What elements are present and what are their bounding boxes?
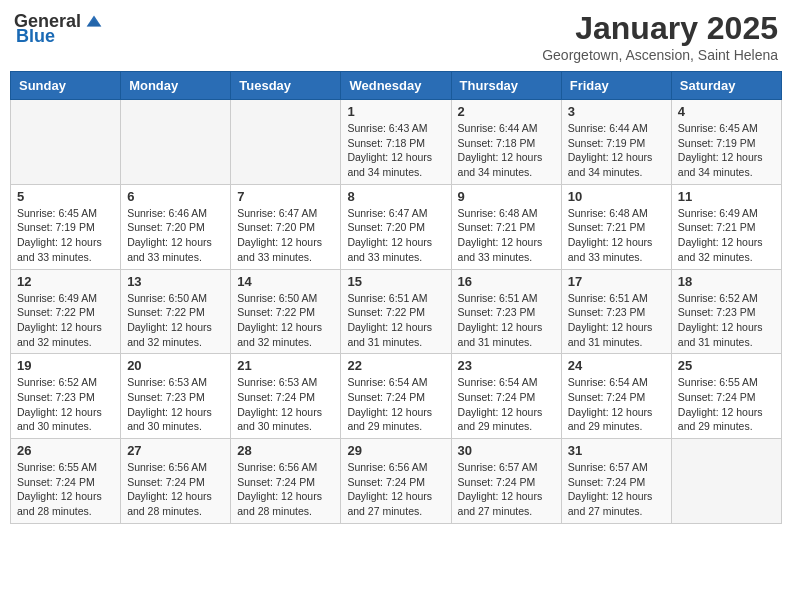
day-info: Sunrise: 6:55 AM Sunset: 7:24 PM Dayligh… bbox=[678, 375, 775, 434]
calendar-day-cell: 19Sunrise: 6:52 AM Sunset: 7:23 PM Dayli… bbox=[11, 354, 121, 439]
day-number: 16 bbox=[458, 274, 555, 289]
day-info: Sunrise: 6:48 AM Sunset: 7:21 PM Dayligh… bbox=[458, 206, 555, 265]
calendar-day-cell: 31Sunrise: 6:57 AM Sunset: 7:24 PM Dayli… bbox=[561, 439, 671, 524]
calendar-day-cell: 20Sunrise: 6:53 AM Sunset: 7:23 PM Dayli… bbox=[121, 354, 231, 439]
calendar-day-cell bbox=[231, 100, 341, 185]
calendar-day-cell: 1Sunrise: 6:43 AM Sunset: 7:18 PM Daylig… bbox=[341, 100, 451, 185]
calendar-day-cell: 22Sunrise: 6:54 AM Sunset: 7:24 PM Dayli… bbox=[341, 354, 451, 439]
calendar-day-cell: 21Sunrise: 6:53 AM Sunset: 7:24 PM Dayli… bbox=[231, 354, 341, 439]
day-info: Sunrise: 6:45 AM Sunset: 7:19 PM Dayligh… bbox=[678, 121, 775, 180]
calendar-day-cell: 24Sunrise: 6:54 AM Sunset: 7:24 PM Dayli… bbox=[561, 354, 671, 439]
day-number: 12 bbox=[17, 274, 114, 289]
day-number: 2 bbox=[458, 104, 555, 119]
logo: General Blue bbox=[14, 10, 105, 47]
calendar-day-cell: 30Sunrise: 6:57 AM Sunset: 7:24 PM Dayli… bbox=[451, 439, 561, 524]
day-number: 6 bbox=[127, 189, 224, 204]
calendar-week-row: 1Sunrise: 6:43 AM Sunset: 7:18 PM Daylig… bbox=[11, 100, 782, 185]
calendar-table: SundayMondayTuesdayWednesdayThursdayFrid… bbox=[10, 71, 782, 524]
day-info: Sunrise: 6:55 AM Sunset: 7:24 PM Dayligh… bbox=[17, 460, 114, 519]
day-number: 8 bbox=[347, 189, 444, 204]
calendar-day-cell: 8Sunrise: 6:47 AM Sunset: 7:20 PM Daylig… bbox=[341, 184, 451, 269]
day-number: 3 bbox=[568, 104, 665, 119]
day-info: Sunrise: 6:46 AM Sunset: 7:20 PM Dayligh… bbox=[127, 206, 224, 265]
month-title: January 2025 bbox=[542, 10, 778, 47]
day-of-week-header: Saturday bbox=[671, 72, 781, 100]
calendar-day-cell bbox=[11, 100, 121, 185]
day-number: 23 bbox=[458, 358, 555, 373]
day-number: 22 bbox=[347, 358, 444, 373]
day-info: Sunrise: 6:44 AM Sunset: 7:18 PM Dayligh… bbox=[458, 121, 555, 180]
day-of-week-header: Sunday bbox=[11, 72, 121, 100]
day-number: 7 bbox=[237, 189, 334, 204]
day-number: 31 bbox=[568, 443, 665, 458]
day-number: 28 bbox=[237, 443, 334, 458]
calendar-day-cell: 29Sunrise: 6:56 AM Sunset: 7:24 PM Dayli… bbox=[341, 439, 451, 524]
day-info: Sunrise: 6:57 AM Sunset: 7:24 PM Dayligh… bbox=[568, 460, 665, 519]
calendar-day-cell: 17Sunrise: 6:51 AM Sunset: 7:23 PM Dayli… bbox=[561, 269, 671, 354]
day-info: Sunrise: 6:49 AM Sunset: 7:21 PM Dayligh… bbox=[678, 206, 775, 265]
day-info: Sunrise: 6:50 AM Sunset: 7:22 PM Dayligh… bbox=[237, 291, 334, 350]
day-number: 30 bbox=[458, 443, 555, 458]
day-info: Sunrise: 6:56 AM Sunset: 7:24 PM Dayligh… bbox=[347, 460, 444, 519]
day-info: Sunrise: 6:54 AM Sunset: 7:24 PM Dayligh… bbox=[568, 375, 665, 434]
day-number: 4 bbox=[678, 104, 775, 119]
day-number: 13 bbox=[127, 274, 224, 289]
day-info: Sunrise: 6:44 AM Sunset: 7:19 PM Dayligh… bbox=[568, 121, 665, 180]
calendar-header-row: SundayMondayTuesdayWednesdayThursdayFrid… bbox=[11, 72, 782, 100]
calendar-day-cell: 27Sunrise: 6:56 AM Sunset: 7:24 PM Dayli… bbox=[121, 439, 231, 524]
day-number: 19 bbox=[17, 358, 114, 373]
calendar-day-cell bbox=[671, 439, 781, 524]
calendar-day-cell: 7Sunrise: 6:47 AM Sunset: 7:20 PM Daylig… bbox=[231, 184, 341, 269]
day-info: Sunrise: 6:54 AM Sunset: 7:24 PM Dayligh… bbox=[458, 375, 555, 434]
day-number: 9 bbox=[458, 189, 555, 204]
day-info: Sunrise: 6:48 AM Sunset: 7:21 PM Dayligh… bbox=[568, 206, 665, 265]
day-info: Sunrise: 6:47 AM Sunset: 7:20 PM Dayligh… bbox=[347, 206, 444, 265]
calendar-day-cell: 2Sunrise: 6:44 AM Sunset: 7:18 PM Daylig… bbox=[451, 100, 561, 185]
day-number: 10 bbox=[568, 189, 665, 204]
location-subtitle: Georgetown, Ascension, Saint Helena bbox=[542, 47, 778, 63]
day-of-week-header: Tuesday bbox=[231, 72, 341, 100]
calendar-day-cell: 15Sunrise: 6:51 AM Sunset: 7:22 PM Dayli… bbox=[341, 269, 451, 354]
calendar-day-cell: 18Sunrise: 6:52 AM Sunset: 7:23 PM Dayli… bbox=[671, 269, 781, 354]
day-number: 18 bbox=[678, 274, 775, 289]
svg-marker-1 bbox=[87, 19, 102, 26]
day-number: 15 bbox=[347, 274, 444, 289]
day-info: Sunrise: 6:51 AM Sunset: 7:23 PM Dayligh… bbox=[568, 291, 665, 350]
calendar-day-cell: 23Sunrise: 6:54 AM Sunset: 7:24 PM Dayli… bbox=[451, 354, 561, 439]
day-number: 24 bbox=[568, 358, 665, 373]
day-info: Sunrise: 6:53 AM Sunset: 7:24 PM Dayligh… bbox=[237, 375, 334, 434]
calendar-day-cell: 4Sunrise: 6:45 AM Sunset: 7:19 PM Daylig… bbox=[671, 100, 781, 185]
day-number: 1 bbox=[347, 104, 444, 119]
day-of-week-header: Thursday bbox=[451, 72, 561, 100]
day-number: 20 bbox=[127, 358, 224, 373]
day-info: Sunrise: 6:51 AM Sunset: 7:22 PM Dayligh… bbox=[347, 291, 444, 350]
calendar-day-cell: 16Sunrise: 6:51 AM Sunset: 7:23 PM Dayli… bbox=[451, 269, 561, 354]
calendar-week-row: 19Sunrise: 6:52 AM Sunset: 7:23 PM Dayli… bbox=[11, 354, 782, 439]
day-number: 17 bbox=[568, 274, 665, 289]
day-info: Sunrise: 6:52 AM Sunset: 7:23 PM Dayligh… bbox=[678, 291, 775, 350]
calendar-day-cell: 11Sunrise: 6:49 AM Sunset: 7:21 PM Dayli… bbox=[671, 184, 781, 269]
calendar-day-cell: 3Sunrise: 6:44 AM Sunset: 7:19 PM Daylig… bbox=[561, 100, 671, 185]
calendar-week-row: 5Sunrise: 6:45 AM Sunset: 7:19 PM Daylig… bbox=[11, 184, 782, 269]
day-info: Sunrise: 6:56 AM Sunset: 7:24 PM Dayligh… bbox=[237, 460, 334, 519]
day-of-week-header: Monday bbox=[121, 72, 231, 100]
day-info: Sunrise: 6:45 AM Sunset: 7:19 PM Dayligh… bbox=[17, 206, 114, 265]
day-of-week-header: Wednesday bbox=[341, 72, 451, 100]
calendar-day-cell: 13Sunrise: 6:50 AM Sunset: 7:22 PM Dayli… bbox=[121, 269, 231, 354]
calendar-day-cell: 9Sunrise: 6:48 AM Sunset: 7:21 PM Daylig… bbox=[451, 184, 561, 269]
calendar-day-cell: 28Sunrise: 6:56 AM Sunset: 7:24 PM Dayli… bbox=[231, 439, 341, 524]
day-info: Sunrise: 6:49 AM Sunset: 7:22 PM Dayligh… bbox=[17, 291, 114, 350]
day-info: Sunrise: 6:51 AM Sunset: 7:23 PM Dayligh… bbox=[458, 291, 555, 350]
day-of-week-header: Friday bbox=[561, 72, 671, 100]
day-number: 21 bbox=[237, 358, 334, 373]
day-number: 29 bbox=[347, 443, 444, 458]
day-info: Sunrise: 6:53 AM Sunset: 7:23 PM Dayligh… bbox=[127, 375, 224, 434]
calendar-day-cell: 26Sunrise: 6:55 AM Sunset: 7:24 PM Dayli… bbox=[11, 439, 121, 524]
calendar-day-cell: 25Sunrise: 6:55 AM Sunset: 7:24 PM Dayli… bbox=[671, 354, 781, 439]
day-number: 26 bbox=[17, 443, 114, 458]
day-number: 14 bbox=[237, 274, 334, 289]
day-info: Sunrise: 6:57 AM Sunset: 7:24 PM Dayligh… bbox=[458, 460, 555, 519]
day-number: 5 bbox=[17, 189, 114, 204]
calendar-week-row: 26Sunrise: 6:55 AM Sunset: 7:24 PM Dayli… bbox=[11, 439, 782, 524]
day-info: Sunrise: 6:56 AM Sunset: 7:24 PM Dayligh… bbox=[127, 460, 224, 519]
